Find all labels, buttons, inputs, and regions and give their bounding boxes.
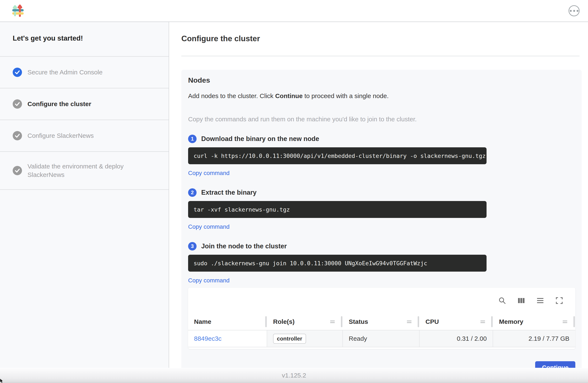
- command-box-download[interactable]: curl -k https://10.0.0.11:30000/api/v1/e…: [188, 147, 486, 164]
- step-number-badge: 3: [188, 242, 197, 251]
- sidebar-item-label: Validate the environment & deploy Slacke…: [27, 162, 154, 179]
- sidebar-item-validate-deploy[interactable]: Validate the environment & deploy Slacke…: [0, 152, 169, 190]
- app-footer: v1.125.2: [0, 368, 588, 383]
- column-label: CPU: [425, 318, 439, 325]
- table-toolbar: [188, 288, 575, 314]
- command-box-join[interactable]: sudo ./slackernews-gnu join 10.0.0.11:30…: [188, 255, 486, 272]
- command-text: sudo ./slackernews-gnu join 10.0.0.11:30…: [194, 260, 427, 267]
- copy-hint: Copy the commands and run them on the ma…: [188, 116, 575, 123]
- step-download-binary: 1 Download the binary on the new node cu…: [188, 135, 575, 176]
- command-box-extract[interactable]: tar -xvf slackernews-gnu.tgz: [188, 201, 486, 218]
- node-name-cell: 8849ec3c: [188, 330, 267, 347]
- column-menu-icon[interactable]: [330, 321, 335, 323]
- ellipsis-dot: [573, 10, 575, 12]
- title-divider: [181, 56, 580, 56]
- column-header-memory[interactable]: Memory: [493, 314, 575, 330]
- sidebar-item-configure-cluster[interactable]: Configure the cluster: [0, 88, 169, 120]
- top-header: [0, 0, 588, 22]
- column-menu-icon[interactable]: [563, 321, 567, 323]
- table-row: 8849ec3c controller Ready 0.31 / 2.00 2.…: [188, 330, 575, 347]
- column-separator[interactable]: [265, 316, 267, 327]
- node-roles-cell: controller: [267, 330, 343, 347]
- column-header-name[interactable]: Name: [188, 314, 267, 330]
- column-menu-icon[interactable]: [407, 321, 412, 323]
- fullscreen-icon[interactable]: [555, 296, 564, 305]
- node-memory-cell: 2.19 / 7.77 GB: [493, 330, 575, 347]
- mouse-cursor: [0, 379, 3, 383]
- table-header-row: Name Role(s) Status CPU: [188, 314, 575, 330]
- column-separator[interactable]: [573, 316, 575, 327]
- column-separator[interactable]: [418, 316, 419, 327]
- step-extract-binary: 2 Extract the binary tar -xvf slackernew…: [188, 188, 575, 230]
- ellipsis-dot: [570, 10, 572, 12]
- sidebar-item-label: Configure the cluster: [27, 100, 91, 108]
- node-cpu-cell: 0.31 / 2.00: [420, 330, 493, 347]
- page-title: Configure the cluster: [181, 34, 582, 43]
- header-menu-button[interactable]: [568, 5, 580, 16]
- column-label: Status: [349, 318, 368, 325]
- column-header-cpu[interactable]: CPU: [420, 314, 493, 330]
- slackernews-logo: [12, 4, 24, 18]
- step-number-badge: 2: [188, 188, 197, 197]
- search-icon[interactable]: [498, 296, 506, 305]
- command-text: curl -k https://10.0.0.11:30000/api/v1/e…: [194, 153, 486, 159]
- column-header-roles[interactable]: Role(s): [267, 314, 343, 330]
- copy-command-link[interactable]: Copy command: [188, 277, 230, 284]
- column-menu-icon[interactable]: [481, 321, 485, 323]
- column-separator[interactable]: [341, 316, 342, 327]
- step-join-node: 3 Join the node to the cluster sudo ./sl…: [188, 242, 575, 284]
- check-circle-pending-icon: [13, 131, 22, 140]
- version-label: v1.125.2: [282, 372, 306, 379]
- columns-icon[interactable]: [517, 296, 525, 305]
- check-circle-pending-icon: [13, 99, 22, 109]
- nodes-intro: Add nodes to the cluster. Click Continue…: [188, 92, 575, 100]
- copy-command-link[interactable]: Copy command: [188, 170, 230, 176]
- role-chip: controller: [273, 334, 306, 344]
- ellipsis-dot: [577, 10, 579, 12]
- sidebar-item-label: Configure SlackerNews: [27, 131, 94, 140]
- node-status-cell: Ready: [343, 330, 420, 347]
- check-circle-complete-icon: [13, 68, 22, 77]
- column-header-status[interactable]: Status: [343, 314, 420, 330]
- sidebar-item-configure-slackernews[interactable]: Configure SlackerNews: [0, 120, 169, 152]
- sidebar-item-secure-admin-console[interactable]: Secure the Admin Console: [0, 57, 169, 88]
- command-text: tar -xvf slackernews-gnu.tgz: [194, 206, 290, 213]
- nodes-table: Name Role(s) Status CPU: [188, 288, 575, 349]
- intro-continue-word: Continue: [275, 92, 303, 99]
- check-circle-pending-icon: [13, 166, 22, 175]
- intro-suffix: to proceed with a single node.: [303, 92, 389, 99]
- intro-prefix: Add nodes to the cluster. Click: [188, 92, 275, 99]
- column-label: Memory: [499, 318, 523, 325]
- density-icon[interactable]: [536, 296, 545, 305]
- column-separator[interactable]: [491, 316, 493, 327]
- step-title: Join the node to the cluster: [201, 242, 287, 250]
- copy-command-link[interactable]: Copy command: [188, 223, 230, 230]
- sidebar-item-label: Secure the Admin Console: [27, 68, 103, 77]
- setup-sidebar: Let's get you started! Secure the Admin …: [0, 22, 169, 368]
- nodes-card: Nodes Add nodes to the cluster. Click Co…: [181, 70, 582, 381]
- step-number-badge: 1: [188, 135, 197, 143]
- column-label: Role(s): [273, 318, 295, 325]
- sidebar-title: Let's get you started!: [0, 22, 169, 42]
- nodes-heading: Nodes: [188, 76, 575, 84]
- main-content: Configure the cluster Nodes Add nodes to…: [169, 22, 588, 368]
- step-title: Extract the binary: [201, 189, 257, 196]
- step-title: Download the binary on the new node: [201, 135, 319, 143]
- column-label: Name: [194, 318, 211, 325]
- node-name-link[interactable]: 8849ec3c: [194, 335, 222, 342]
